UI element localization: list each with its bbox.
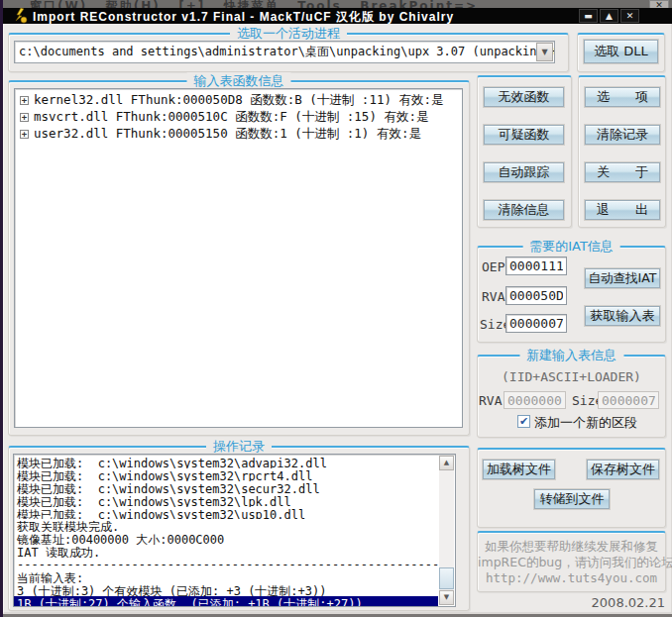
log-line[interactable]: 模块已加载: c:\windows\system32\usp10.dll — [14, 507, 438, 520]
clear-info-button[interactable]: 清除信息 — [484, 200, 564, 220]
log-line-selected[interactable]: 1B (十进制:27) 个输入函数. (已添加: +1B (十进制:+27)) — [14, 596, 438, 607]
expand-plus-icon[interactable]: + — [20, 130, 29, 139]
add-section-label: 添加一个新的区段 — [534, 414, 637, 432]
forum-note-line2: impREC的bug，请访问我们的论坛: — [478, 555, 665, 570]
tree-item-label: msvcrt.dll FThunk:0000510C 函数数:F (十进制 :1… — [34, 109, 428, 126]
log-group-title: 操作记录 — [206, 438, 272, 455]
tree-item-label: user32.dll FThunk:00005150 函数数:1 (十进制 :1… — [34, 126, 421, 143]
oep-field[interactable] — [505, 257, 567, 275]
expand-plus-icon[interactable]: + — [20, 96, 29, 105]
iid-ascii-loader-label: (IID+ASCII+LOADER) — [478, 369, 665, 384]
new-import-group-title: 新建输入表信息 — [519, 347, 623, 363]
maximize-icon[interactable]: ▲ — [600, 9, 618, 23]
imports-treeview[interactable]: + kernel32.dll FThunk:000050D8 函数数:B (十进… — [14, 88, 463, 428]
auto-trace-button[interactable]: 自动跟踪 — [484, 162, 564, 182]
scrollbar-thumb[interactable] — [439, 567, 454, 589]
log-line[interactable]: 镜像基址:00400000 大小:0000C000 — [14, 532, 438, 545]
log-line[interactable]: 3 (十进制:3) 个有效模块 (已添加: +3 (十进制:+3)) — [14, 583, 438, 596]
log-line[interactable]: 模块已加载: c:\windows\system32\lpk.dll — [14, 494, 438, 507]
rva-field[interactable] — [505, 286, 567, 305]
load-tree-button[interactable]: 加载树文件 — [483, 460, 555, 479]
log-line[interactable]: 获取关联模块完成. — [14, 519, 438, 532]
tree-item-label: kernel32.dll FThunk:000050D8 函数数:B (十进制 … — [34, 92, 444, 109]
about-button[interactable]: 关 于 — [585, 162, 660, 182]
log-line[interactable]: 模块已加载: c:\windows\system32\rpcrt4.dll — [14, 468, 438, 481]
log-scrollbar[interactable]: ▲ ▼ — [439, 456, 454, 605]
new-rva-label: RVA — [479, 393, 502, 408]
scroll-up-icon[interactable]: ▲ — [439, 456, 454, 470]
clear-log-button[interactable]: 清除记录 — [585, 125, 660, 145]
log-line[interactable]: 模块已加载: c:\windows\system32\advapi32.dll — [14, 456, 438, 468]
iat-group-title: 需要的IAT信息 — [522, 238, 620, 255]
get-imports-button[interactable]: 获取输入表 — [585, 306, 660, 326]
screen: 窗口(W) 帮助(H) [+] 快捷菜单 Tools BreakPoint=> … — [0, 0, 672, 617]
tree-item-user32[interactable]: + user32.dll FThunk:00005150 函数数:1 (十进制 … — [20, 126, 421, 143]
auto-search-iat-button[interactable]: 自动查找IAT — [585, 268, 660, 288]
build-date: 2008.02.21 — [590, 595, 665, 610]
chevron-down-icon[interactable]: ▼ — [536, 43, 553, 61]
forum-note-line1: 如果你想要帮助继续发展和修复 — [478, 539, 665, 555]
titlebar[interactable]: Import REConstructor v1.7 Final - MackT/… — [3, 8, 672, 24]
process-combobox[interactable]: c:\documents and settings\administrator\… — [14, 41, 555, 63]
process-group-title: 选取一个活动进程 — [230, 25, 347, 42]
add-section-checkbox[interactable]: ✔ — [517, 415, 530, 428]
new-rva-field — [504, 391, 566, 409]
expand-plus-icon[interactable]: + — [20, 113, 29, 122]
dump-to-file-button[interactable]: 转储到文件 — [534, 489, 610, 509]
forum-url: http://www.tuts4you.com — [478, 570, 665, 586]
log-listbox[interactable]: 模块已加载: c:\windows\system32\advapi32.dll … — [13, 454, 456, 607]
tree-item-msvcrt[interactable]: + msvcrt.dll FThunk:0000510C 函数数:F (十进制 … — [20, 109, 428, 126]
oep-label: OEP — [482, 259, 504, 274]
close-icon[interactable]: ✕ — [620, 9, 639, 23]
exit-button[interactable]: 退 出 — [585, 200, 660, 220]
rva-label: RVA — [482, 289, 504, 304]
pick-dll-button[interactable]: 选取 DLL — [584, 40, 658, 63]
suspect-functions-button[interactable]: 可疑函数 — [484, 125, 564, 145]
tree-item-kernel32[interactable]: + kernel32.dll FThunk:000050D8 函数数:B (十进… — [20, 92, 444, 109]
log-line[interactable]: 模块已加载: c:\windows\system32\secur32.dll — [14, 481, 438, 494]
log-line[interactable]: 当前输入表: — [14, 570, 438, 583]
process-path: c:\documents and settings\administrator\… — [19, 44, 555, 60]
log-line[interactable]: IAT 读取成功. — [14, 545, 438, 558]
window-title: Import REConstructor v1.7 Final - MackT/… — [33, 9, 454, 26]
forum-group: 如果你想要帮助继续发展和修复 impREC的bug，请访问我们的论坛: http… — [477, 531, 666, 592]
save-tree-button[interactable]: 保存树文件 — [587, 460, 659, 479]
options-button[interactable]: 选 项 — [585, 87, 660, 107]
scroll-down-icon[interactable]: ▼ — [439, 590, 454, 605]
app-icon — [13, 8, 28, 24]
log-line[interactable]: ----------------------------------------… — [14, 558, 438, 570]
invalid-functions-button[interactable]: 无效函数 — [484, 87, 564, 107]
size-field[interactable] — [505, 314, 567, 333]
minimize-icon[interactable]: ▬ — [579, 9, 598, 23]
new-size-field — [598, 391, 659, 409]
imports-group-title: 输入表函数信息 — [187, 72, 291, 89]
